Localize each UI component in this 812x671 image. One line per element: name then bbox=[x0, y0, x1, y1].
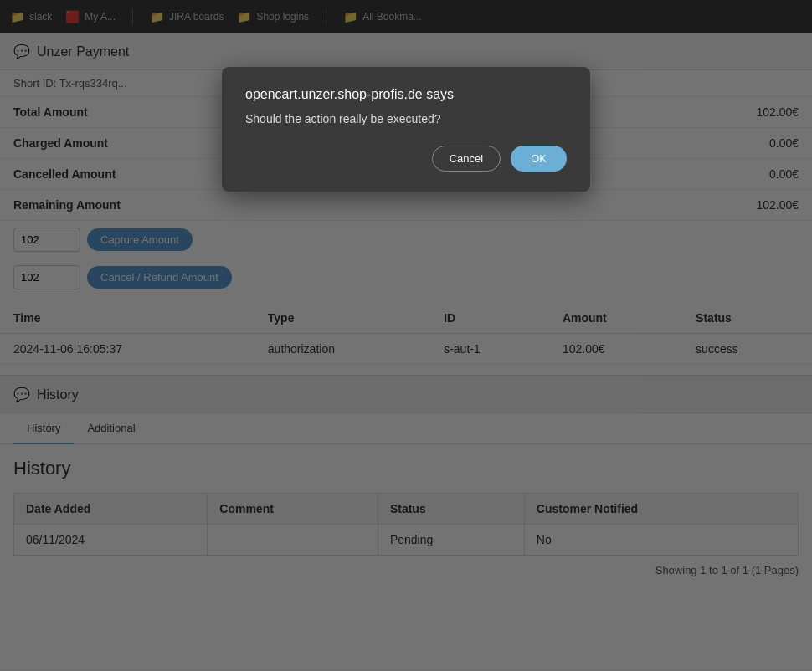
dialog-box: opencart.unzer.shop-profis.de says Shoul… bbox=[222, 67, 590, 192]
dialog-buttons: Cancel OK bbox=[245, 146, 567, 172]
dialog-cancel-button[interactable]: Cancel bbox=[432, 146, 501, 172]
dialog-overlay: opencart.unzer.shop-profis.de says Shoul… bbox=[0, 0, 812, 669]
dialog-title: opencart.unzer.shop-profis.de says bbox=[245, 87, 567, 102]
dialog-message: Should the action really be executed? bbox=[245, 112, 567, 125]
dialog-ok-button[interactable]: OK bbox=[511, 146, 567, 172]
